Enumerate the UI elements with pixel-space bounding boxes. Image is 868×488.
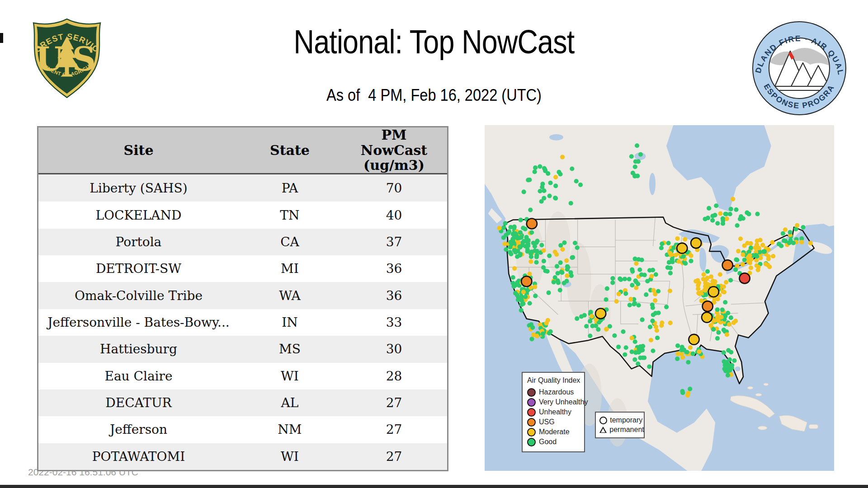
monitor-dot-good <box>755 212 760 216</box>
monitor-dot-good <box>558 260 563 265</box>
monitor-dot-good <box>575 245 580 250</box>
monitor-dot-good <box>610 276 615 281</box>
monitor-dot-good <box>540 182 545 186</box>
site-cell: Hattiesburg <box>38 336 239 362</box>
monitor-dot-moderate <box>771 254 775 258</box>
monitor-dot-moderate <box>674 253 678 257</box>
monitor-dot-good <box>547 331 552 335</box>
monitor-dot-good <box>508 240 513 244</box>
monitor-dot-good <box>565 267 570 272</box>
monitor-dot-good <box>522 190 526 194</box>
monitor-dot-good <box>638 356 642 360</box>
monitor-dot-good <box>538 189 542 193</box>
monitor-dot-moderate <box>553 175 558 179</box>
table-row: HattiesburgMS30 <box>38 336 447 362</box>
monitor-dot-good <box>729 315 733 320</box>
value-cell: 70 <box>341 174 447 202</box>
aqi-legend-label: Hazardous <box>539 388 574 397</box>
monitor-dot-good <box>633 159 638 164</box>
monitor-dot-good <box>573 241 577 245</box>
monitor-dot-moderate <box>741 262 745 267</box>
site-marker <box>595 308 606 319</box>
aqi-legend-item: USG <box>527 418 580 427</box>
state-cell: PA <box>239 174 341 202</box>
value-cell: 37 <box>341 229 447 255</box>
monitor-dot-good <box>539 243 544 248</box>
letter-u: U <box>36 40 64 78</box>
monitor-dot-good <box>556 281 561 285</box>
monitor-dot-good <box>734 258 738 262</box>
monitor-dot-good <box>686 360 690 365</box>
column-header-state: State <box>239 127 341 174</box>
monitor-dot-good <box>504 247 508 252</box>
monitor-dot-good <box>730 363 734 367</box>
monitor-dot-good <box>777 242 781 246</box>
monitor-dot-good <box>612 333 617 338</box>
monitor-dot-good <box>547 194 552 198</box>
monitor-dot-good <box>518 244 522 249</box>
value-cell: 27 <box>341 389 447 416</box>
monitor-dot-moderate <box>755 239 760 243</box>
screen-edge-artifact <box>0 33 3 43</box>
state-cell: CA <box>239 229 341 255</box>
monitor-dot-good <box>589 310 593 314</box>
monitor-dot-good <box>681 254 686 258</box>
monitor-dot-good <box>541 332 545 336</box>
monitor-dot-good <box>666 241 670 245</box>
monitor-dot-moderate <box>651 288 656 293</box>
monitor-dot-moderate <box>697 349 701 354</box>
monitor-dot-good <box>552 280 556 285</box>
monitor-dot-good <box>723 369 728 373</box>
monitor-dot-moderate <box>770 240 774 244</box>
monitor-dot-moderate <box>799 240 804 244</box>
monitor-dot-good <box>660 242 664 246</box>
monitor-dot-moderate <box>649 338 653 343</box>
monitor-dot-moderate <box>617 292 621 296</box>
site-marker <box>689 334 699 345</box>
table-row: DECATURAL27 <box>38 389 447 416</box>
monitor-dot-good <box>654 272 658 277</box>
monitor-dot-good <box>555 264 559 268</box>
monitor-dot-good <box>640 258 644 262</box>
monitor-dot-good <box>509 252 513 256</box>
monitor-dot-good <box>528 208 533 212</box>
monitor-dot-moderate <box>749 266 753 270</box>
monitor-dot-good <box>668 266 673 270</box>
site-marker <box>677 243 687 253</box>
monitor-dot-good <box>648 325 652 329</box>
monitor-dot-good <box>722 350 726 355</box>
monitor-dot-moderate <box>560 155 565 160</box>
monitor-dot-good <box>534 260 538 264</box>
monitor-dot-good <box>624 345 628 350</box>
monitor-dot-good <box>707 206 711 211</box>
aqi-legend-label: Unhealthy <box>539 408 571 417</box>
monitor-dot-good <box>630 267 634 272</box>
monitor-dot-good <box>529 337 534 341</box>
monitor-dot-good <box>604 297 608 302</box>
monitor-dot-moderate <box>683 237 687 242</box>
monitor-dot-good <box>526 178 530 182</box>
monitor-dot-good <box>610 281 615 285</box>
monitor-dot-moderate <box>685 393 690 398</box>
monitor-dot-moderate <box>749 241 753 246</box>
monitor-dot-good <box>787 240 792 245</box>
value-cell: 27 <box>341 443 447 470</box>
monitor-dot-moderate <box>725 332 729 337</box>
monitor-dot-good <box>562 240 566 245</box>
monitor-dot-moderate <box>705 276 709 280</box>
monitor-dot-moderate <box>528 259 533 264</box>
monitor-dot-moderate <box>795 223 799 228</box>
monitor-dot-good <box>588 319 592 324</box>
monitor-dot-moderate <box>725 216 729 221</box>
aqi-legend-label: Very Unhealthy <box>539 398 588 407</box>
monitor-dot-good <box>632 301 637 305</box>
monitor-dot-good <box>627 277 632 282</box>
monitor-dot-good <box>518 230 523 235</box>
column-header-site: Site <box>38 127 239 174</box>
monitor-dot-moderate <box>746 255 750 259</box>
monitor-dot-good <box>630 283 634 287</box>
moderate-swatch-icon <box>527 428 536 436</box>
monitor-dot-good <box>631 171 635 175</box>
monitor-dot-good <box>515 249 520 253</box>
monitor-dot-moderate <box>767 265 772 269</box>
